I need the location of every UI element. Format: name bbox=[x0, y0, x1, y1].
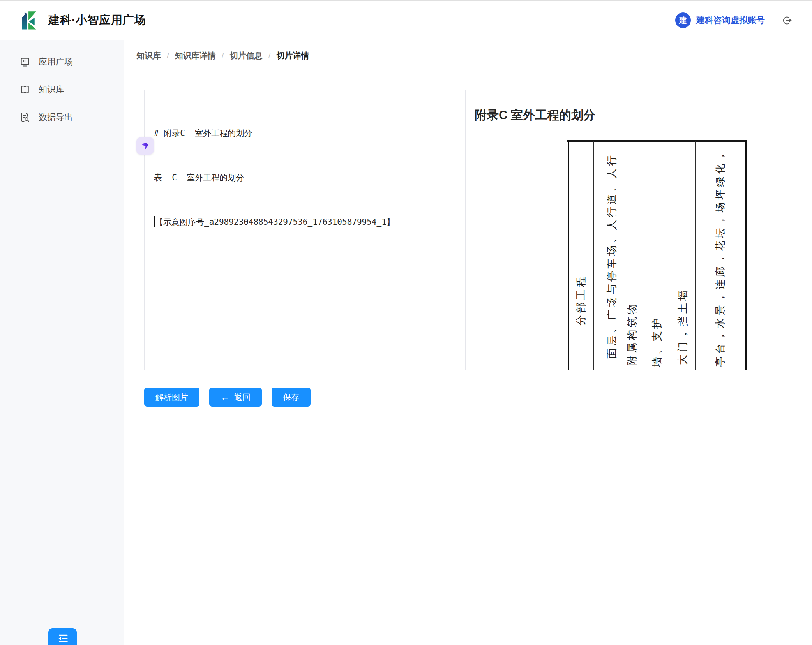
slice-panel: # 附录C 室外工程的划分 表 C 室外工程的划分 【示意图序号_a298923… bbox=[144, 90, 786, 370]
preview-title: 附录C 室外工程的划分 bbox=[475, 107, 786, 123]
sidebar-item-label: 数据导出 bbox=[39, 111, 73, 123]
translate-extension-icon bbox=[141, 141, 150, 151]
editor-line: 表 C 室外工程的划分 bbox=[154, 170, 456, 185]
collapse-sidebar-button[interactable] bbox=[48, 628, 77, 645]
breadcrumb-separator: / bbox=[222, 51, 224, 60]
scan-border bbox=[593, 141, 594, 370]
scan-border bbox=[671, 141, 671, 370]
breadcrumb-slice-info[interactable]: 切片信息 bbox=[230, 50, 263, 61]
scan-top-border bbox=[567, 140, 747, 142]
editor-line: 【示意图序号_a2989230488543297536_176310587995… bbox=[154, 215, 456, 229]
app-header: 建科·小智应用广场 建 建科咨询虚拟账号 bbox=[0, 1, 812, 40]
scan-col-row1-line2: 附属构筑物 bbox=[625, 302, 639, 366]
back-label: 返回 bbox=[234, 392, 251, 403]
sidebar-item-label: 应用广场 bbox=[39, 56, 73, 68]
scan-border bbox=[644, 141, 644, 370]
user-name[interactable]: 建科咨询虚拟账号 bbox=[696, 14, 765, 26]
scan-border bbox=[695, 141, 696, 370]
save-label: 保存 bbox=[283, 392, 299, 403]
doc-export-icon bbox=[19, 112, 30, 123]
slice-editor[interactable]: # 附录C 室外工程的划分 表 C 室外工程的划分 【示意图序号_a298923… bbox=[145, 90, 466, 370]
breadcrumb: 知识库 / 知识库详情 / 切片信息 / 切片详情 bbox=[124, 40, 812, 71]
action-bar: 解析图片 ← 返回 保存 bbox=[144, 388, 812, 407]
breadcrumb-knowledge-base[interactable]: 知识库 bbox=[136, 50, 161, 61]
app-window-icon bbox=[19, 56, 30, 67]
scan-col-row2: 墙、支护 bbox=[650, 316, 664, 367]
back-button[interactable]: ← 返回 bbox=[209, 388, 262, 407]
sidebar-item-app-plaza[interactable]: 应用广场 bbox=[0, 48, 124, 76]
breadcrumb-kb-detail[interactable]: 知识库详情 bbox=[175, 50, 216, 61]
app-title: 建科·小智应用广场 bbox=[48, 12, 146, 28]
scan-col-header: 分部工程 bbox=[574, 274, 588, 326]
scan-col-row3: 大门，挡土墙 bbox=[676, 288, 690, 365]
book-icon bbox=[19, 84, 30, 95]
table-scan-image: 分部工程 面层、广场与停车场、人行道、人行 附属构筑物 墙、支护 大门，挡土墙 … bbox=[567, 140, 748, 370]
menu-fold-icon bbox=[57, 633, 69, 644]
scan-col-row1-line1: 面层、广场与停车场、人行道、人行 bbox=[605, 153, 619, 359]
editor-line: # 附录C 室外工程的划分 bbox=[154, 126, 456, 141]
user-avatar[interactable]: 建 bbox=[675, 12, 691, 28]
translate-extension-button[interactable] bbox=[136, 137, 154, 155]
parse-image-button[interactable]: 解析图片 bbox=[144, 388, 199, 407]
breadcrumb-separator: / bbox=[268, 51, 271, 60]
arrow-left-icon: ← bbox=[221, 393, 230, 402]
breadcrumb-slice-detail: 切片详情 bbox=[277, 50, 309, 61]
text-cursor bbox=[154, 216, 155, 227]
image-placeholder-token: 【示意图序号_a2989230488543297536_176310587995… bbox=[155, 217, 395, 227]
scan-col-row4: 亭台，水景，连廊，花坛，场坪绿化， bbox=[713, 148, 727, 367]
logout-icon[interactable] bbox=[782, 15, 793, 26]
scan-border bbox=[745, 140, 747, 370]
sidebar-item-data-export[interactable]: 数据导出 bbox=[0, 103, 124, 131]
slice-preview: 附录C 室外工程的划分 分部工程 面层、广场与停车场、人行道、人行 附属构筑物 … bbox=[466, 90, 786, 370]
scan-border bbox=[568, 140, 569, 370]
save-button[interactable]: 保存 bbox=[272, 388, 311, 407]
sidebar-item-label: 知识库 bbox=[39, 84, 64, 95]
slice-detail-content: # 附录C 室外工程的划分 表 C 室外工程的划分 【示意图序号_a298923… bbox=[124, 71, 812, 407]
sidebar: 应用广场 知识库 数据导出 bbox=[0, 40, 124, 645]
breadcrumb-separator: / bbox=[167, 51, 169, 60]
sidebar-item-knowledge-base[interactable]: 知识库 bbox=[0, 76, 124, 103]
parse-image-label: 解析图片 bbox=[155, 392, 188, 403]
main-area: 知识库 / 知识库详情 / 切片信息 / 切片详情 # 附录C 室外工程的划分 … bbox=[124, 40, 812, 645]
app-logo-icon bbox=[20, 10, 40, 31]
